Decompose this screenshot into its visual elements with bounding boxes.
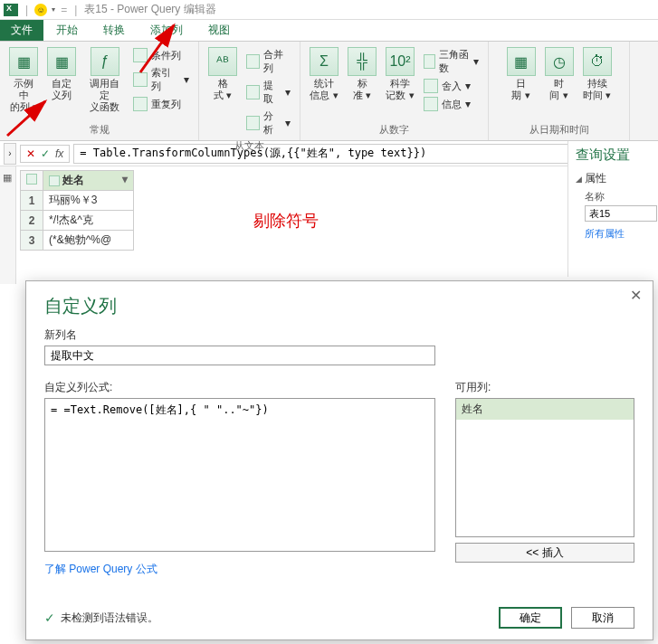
trigonometry-button[interactable]: 三角函数 ▾ (420, 47, 482, 76)
time-button[interactable]: ◷ 时间 ▾ (541, 45, 577, 103)
close-button[interactable]: ✕ (625, 285, 647, 306)
rounding-button[interactable]: 舍入 ▾ (420, 78, 482, 94)
table-icon: ▦ (9, 47, 38, 76)
window-title: 表15 - Power Query 编辑器 (84, 2, 215, 17)
formula-bar: › ✕ ✓ fx ⌄ (0, 141, 658, 166)
format-button[interactable]: ᴬᴮ 格式 ▾ (205, 45, 241, 103)
calendar-icon: ▦ (507, 47, 536, 76)
information-button[interactable]: 信息 ▾ (420, 96, 482, 112)
tab-view[interactable]: 视图 (195, 20, 243, 41)
label: 准 (353, 90, 363, 100)
label: 示例中 (14, 78, 33, 100)
ribbon-group-number: Σ 统计信息 ▾ ╬ 标准 ▾ 10² 科学记数 ▾ 三角函数 ▾ 舍入 ▾ 信… (300, 42, 489, 140)
all-properties-link[interactable]: 所有属性 (585, 227, 651, 241)
label: 合并列 (263, 48, 291, 75)
confirm-icon[interactable]: ✓ (41, 147, 50, 160)
tab-file[interactable]: 文件 (0, 20, 43, 41)
qat-dropdown-icon[interactable]: ▾ (52, 5, 55, 14)
available-columns-label: 可用列: (455, 380, 634, 395)
fx-label[interactable]: fx (55, 147, 63, 160)
parse-button[interactable]: 分析 ▾ (243, 109, 294, 137)
conditional-column-button[interactable]: 条件列 (129, 47, 193, 63)
label: 期 (511, 90, 521, 100)
column-from-examples-button[interactable]: ▦ 示例中的列 ▾ (5, 45, 42, 115)
index-icon (133, 72, 148, 87)
label: 的列 (10, 101, 30, 112)
label: 间 (549, 90, 559, 100)
label: 索引列 (151, 66, 180, 93)
row-header[interactable]: 3 (21, 231, 43, 251)
tab-home[interactable]: 开始 (43, 20, 91, 41)
label: 持续 (587, 78, 607, 89)
ok-button[interactable]: 确定 (499, 607, 562, 629)
duplicate-column-button[interactable]: 重复列 (129, 96, 193, 112)
label: 记数 (386, 90, 405, 100)
group-label: 从日期和时间 (529, 121, 589, 140)
available-columns-list[interactable]: 姓名 (455, 398, 634, 537)
exponent-icon: 10² (386, 47, 415, 76)
duration-button[interactable]: ⏱ 持续时间 ▾ (579, 45, 615, 103)
format-icon: ᴬᴮ (208, 47, 237, 76)
extract-button[interactable]: 提取 ▾ (243, 78, 294, 107)
parse-icon (246, 116, 260, 130)
tab-add-column[interactable]: 添加列 (138, 20, 195, 41)
cell[interactable]: */!杰&^克 (43, 211, 134, 231)
ribbon-group-datetime: ▦ 日期 ▾ ◷ 时间 ▾ ⏱ 持续时间 ▾ 从日期和时间 (489, 42, 630, 140)
annotation-text: 剔除符号 (253, 210, 319, 232)
stopwatch-icon: ⏱ (583, 47, 612, 76)
preview-table: 姓名 ▾ 1玛丽%￥3 2*/!杰&^克 3(*&鲍勃^%@ (20, 170, 134, 251)
name-label: 名称 (585, 190, 651, 204)
label: 格 (218, 78, 228, 89)
column-header[interactable]: 姓名 ▾ (43, 171, 134, 191)
statistics-button[interactable]: Σ 统计信息 ▾ (306, 45, 342, 103)
scientific-button[interactable]: 10² 科学记数 ▾ (382, 45, 418, 103)
custom-column-dialog: ✕ 自定义列 新列名 自定义列公式: 了解 Power Query 公式 可用列… (25, 280, 653, 640)
filter-dropdown-icon[interactable]: ▾ (122, 173, 128, 185)
label: 分析 (263, 109, 281, 137)
query-name-input[interactable] (585, 205, 657, 222)
standard-icon: ╬ (348, 47, 377, 76)
cell[interactable]: 玛丽%￥3 (43, 191, 134, 211)
label: 自定 (52, 78, 72, 89)
date-button[interactable]: ▦ 日期 ▾ (503, 45, 539, 103)
status-text: 未检测到语法错误。 (61, 611, 158, 626)
table-icon: ▦ (47, 47, 76, 76)
custom-formula-input[interactable] (44, 398, 435, 552)
tab-transform[interactable]: 转换 (91, 20, 138, 41)
type-text-icon[interactable] (49, 175, 60, 186)
table-corner[interactable] (21, 171, 43, 191)
label: 舍入 (442, 80, 462, 93)
queries-icon: ▦ (2, 172, 14, 184)
row-header[interactable]: 1 (21, 191, 43, 211)
label: 提取 (263, 79, 281, 106)
new-column-name-input[interactable] (44, 346, 435, 365)
cancel-icon[interactable]: ✕ (26, 147, 35, 160)
learn-pq-link[interactable]: 了解 Power Query 公式 (44, 562, 157, 577)
label: 调用自定 (90, 78, 119, 100)
cancel-button[interactable]: 取消 (571, 607, 634, 629)
ribbon-group-general: ▦ 示例中的列 ▾ ▦ 自定义列 ƒ 调用自定义函数 条件列 索引列 ▾ 重复列… (0, 42, 199, 140)
label: 信息 (310, 90, 329, 100)
info-icon (424, 97, 438, 111)
side-rail[interactable]: ▦ (0, 166, 16, 284)
standard-button[interactable]: ╬ 标准 ▾ (344, 45, 380, 103)
merge-columns-button[interactable]: 合并列 (243, 47, 294, 76)
row-header[interactable]: 2 (21, 211, 43, 231)
invoke-custom-function-button[interactable]: ƒ 调用自定义函数 (81, 45, 128, 115)
cell[interactable]: (*&鲍勃^%@ (43, 231, 134, 251)
extract-icon (246, 85, 260, 99)
column-name: 姓名 (62, 174, 84, 186)
formula-input[interactable] (73, 144, 634, 164)
smiley-icon[interactable]: ☺ (34, 4, 47, 16)
queries-toggle[interactable]: › (4, 143, 16, 165)
custom-column-button[interactable]: ▦ 自定义列 (43, 45, 80, 103)
group-label: 常规 (90, 121, 110, 140)
dialog-title: 自定义列 (44, 294, 634, 318)
index-column-button[interactable]: 索引列 ▾ (129, 65, 193, 94)
properties-section[interactable]: 属性 (576, 171, 651, 186)
ribbon-group-text: ᴬᴮ 格式 ▾ 合并列 提取 ▾ 分析 ▾ 从文本 (199, 42, 300, 140)
pane-title: 查询设置 (576, 147, 651, 164)
list-item[interactable]: 姓名 (456, 399, 634, 420)
insert-button[interactable]: << 插入 (455, 543, 634, 563)
label: 式 (214, 90, 224, 100)
